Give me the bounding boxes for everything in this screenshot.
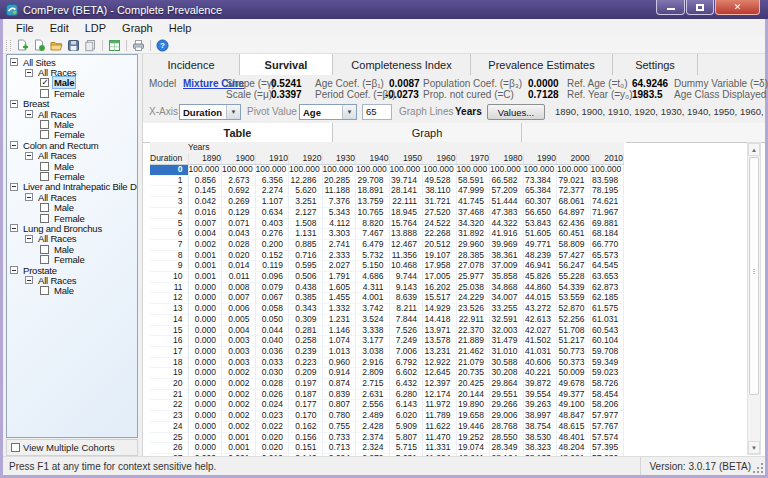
value-cell[interactable]: 53.559 xyxy=(557,293,591,304)
value-cell[interactable]: 29.266 xyxy=(490,400,524,411)
tree-race-breast-all-races[interactable]: All Races xyxy=(7,109,137,119)
value-cell[interactable]: 51.217 xyxy=(557,336,591,347)
tree-race-prostate-all-races[interactable]: All Races xyxy=(7,275,137,285)
value-cell[interactable]: 0.033 xyxy=(255,357,289,368)
duration-cell[interactable]: 19 xyxy=(150,368,188,379)
value-cell[interactable]: 22.111 xyxy=(389,197,423,208)
checkbox-female[interactable] xyxy=(40,214,49,223)
value-cell[interactable]: 0.003 xyxy=(222,357,256,368)
value-cell[interactable]: 2.324 xyxy=(356,443,390,454)
checkbox-female[interactable] xyxy=(40,255,49,264)
value-cell[interactable]: 38.323 xyxy=(523,443,557,454)
collapse-icon[interactable] xyxy=(25,276,33,284)
value-cell[interactable]: 0.008 xyxy=(222,282,256,293)
value-cell[interactable]: 2.127 xyxy=(289,207,323,218)
value-cell[interactable]: 19.658 xyxy=(456,411,490,422)
value-cell[interactable]: 58.726 xyxy=(590,379,624,390)
value-cell[interactable]: 0.005 xyxy=(222,314,256,325)
value-cell[interactable]: 14.929 xyxy=(423,304,457,315)
value-cell[interactable]: 31.010 xyxy=(490,346,524,357)
tree-colon-and-rectum-female[interactable]: Female xyxy=(7,171,137,181)
value-cell[interactable]: 20.735 xyxy=(456,368,490,379)
value-cell[interactable]: 44.322 xyxy=(490,218,524,229)
value-cell[interactable]: 25.038 xyxy=(456,282,490,293)
value-cell[interactable]: 51.708 xyxy=(557,325,591,336)
value-cell[interactable]: 0.028 xyxy=(222,239,256,250)
value-cell[interactable]: 49.100 xyxy=(557,400,591,411)
value-cell[interactable]: 55.228 xyxy=(557,272,591,283)
value-cell[interactable]: 60.307 xyxy=(523,197,557,208)
value-cell[interactable]: 0.209 xyxy=(289,368,323,379)
value-cell[interactable]: 6.792 xyxy=(389,357,423,368)
tab-incidence[interactable]: Incidence xyxy=(143,54,240,75)
value-cell[interactable]: 60.451 xyxy=(557,229,591,240)
collapse-icon[interactable] xyxy=(10,58,18,66)
value-cell[interactable]: 57.767 xyxy=(590,421,624,432)
value-cell[interactable]: 48.239 xyxy=(523,250,557,261)
value-cell[interactable]: 11.331 xyxy=(423,443,457,454)
duration-cell[interactable]: 25 xyxy=(150,432,188,443)
value-cell[interactable]: 41.031 xyxy=(523,346,557,357)
duration-cell[interactable]: 7 xyxy=(150,239,188,250)
value-cell[interactable]: 19.890 xyxy=(456,400,490,411)
value-cell[interactable]: 1.131 xyxy=(289,229,323,240)
value-cell[interactable]: 0.506 xyxy=(289,272,323,283)
duration-cell[interactable]: 11 xyxy=(150,282,188,293)
collapse-icon[interactable] xyxy=(10,141,18,149)
value-cell[interactable]: 0.079 xyxy=(255,282,289,293)
value-cell[interactable]: 0.022 xyxy=(255,421,289,432)
value-cell[interactable]: 0.003 xyxy=(222,346,256,357)
value-cell[interactable]: 48.847 xyxy=(557,411,591,422)
value-cell[interactable]: 59.708 xyxy=(590,346,624,357)
tree-all-sites-female[interactable]: Female xyxy=(7,88,137,98)
value-cell[interactable]: 2.916 xyxy=(356,357,390,368)
value-cell[interactable]: 66.770 xyxy=(590,239,624,250)
value-cell[interactable]: 39.714 xyxy=(389,175,423,186)
value-cell[interactable]: 1.455 xyxy=(322,293,356,304)
duration-cell[interactable]: 18 xyxy=(150,357,188,368)
value-cell[interactable]: 0.276 xyxy=(255,229,289,240)
value-cell[interactable]: 11.789 xyxy=(423,411,457,422)
value-cell[interactable]: 6.020 xyxy=(389,411,423,422)
checkbox-female[interactable] xyxy=(40,172,49,181)
value-cell[interactable]: 100.000 xyxy=(322,165,356,176)
value-cell[interactable]: 74.621 xyxy=(590,197,624,208)
value-cell[interactable]: 3.742 xyxy=(356,304,390,315)
value-cell[interactable]: 0.000 xyxy=(188,432,222,443)
value-cell[interactable]: 2.715 xyxy=(356,379,390,390)
value-cell[interactable]: 39.263 xyxy=(523,400,557,411)
value-cell[interactable]: 79.021 xyxy=(557,175,591,186)
value-cell[interactable]: 33.255 xyxy=(490,304,524,315)
value-cell[interactable]: 69.881 xyxy=(590,218,624,229)
value-cell[interactable]: 34.868 xyxy=(490,282,524,293)
value-cell[interactable]: 0.634 xyxy=(255,207,289,218)
value-cell[interactable]: 0.026 xyxy=(255,389,289,400)
value-cell[interactable]: 5.150 xyxy=(356,261,390,272)
value-cell[interactable]: 1.605 xyxy=(322,282,356,293)
value-cell[interactable]: 50.009 xyxy=(557,368,591,379)
value-cell[interactable]: 73.384 xyxy=(523,175,557,186)
value-cell[interactable]: 0.067 xyxy=(255,293,289,304)
value-cell[interactable]: 0.197 xyxy=(289,379,323,390)
value-cell[interactable]: 0.002 xyxy=(222,368,256,379)
value-cell[interactable]: 57.395 xyxy=(590,443,624,454)
value-cell[interactable]: 4.112 xyxy=(322,218,356,229)
value-cell[interactable]: 0.001 xyxy=(188,250,222,261)
value-cell[interactable]: 5.620 xyxy=(289,186,323,197)
checkbox-male[interactable] xyxy=(40,286,49,295)
duration-cell[interactable]: 12 xyxy=(150,293,188,304)
value-cell[interactable]: 20.285 xyxy=(322,175,356,186)
value-cell[interactable]: 7.376 xyxy=(322,197,356,208)
value-cell[interactable]: 0.000 xyxy=(188,346,222,357)
value-cell[interactable]: 0.269 xyxy=(222,197,256,208)
duration-cell[interactable]: 16 xyxy=(150,336,188,347)
toolbar-grip[interactable] xyxy=(6,40,11,51)
value-cell[interactable]: 6.143 xyxy=(389,400,423,411)
value-cell[interactable]: 34.320 xyxy=(456,218,490,229)
value-cell[interactable]: 44.015 xyxy=(523,293,557,304)
value-cell[interactable]: 19.252 xyxy=(456,432,490,443)
value-cell[interactable]: 53.843 xyxy=(523,218,557,229)
value-cell[interactable]: 0.001 xyxy=(222,443,256,454)
value-cell[interactable]: 100.000 xyxy=(188,165,222,176)
value-cell[interactable]: 38.754 xyxy=(523,421,557,432)
